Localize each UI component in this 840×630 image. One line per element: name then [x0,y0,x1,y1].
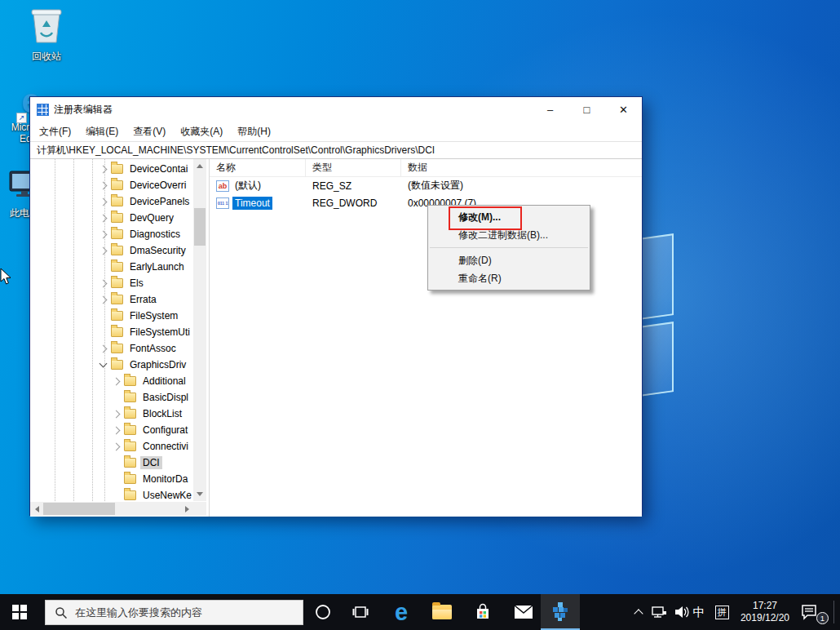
tree-node[interactable]: GraphicsDriv [30,357,193,373]
ime-pinyin-indicator: 拼 [715,606,729,619]
expand-chevron-icon[interactable] [113,426,121,434]
network-icon [651,605,667,619]
tray-ime-language-button[interactable]: 中 [687,594,710,630]
context-menu-item[interactable]: 重命名(R) [428,269,590,287]
tree-node[interactable]: FileSystemUti [30,324,193,340]
scroll-up-button[interactable] [193,159,206,173]
scroll-down-button[interactable] [193,487,206,501]
address-bar[interactable]: 计算机\HKEY_LOCAL_MACHINE\SYSTEM\CurrentCon… [30,141,642,159]
expand-chevron-icon[interactable] [99,246,108,255]
tree-vertical-scrollbar[interactable] [193,159,206,501]
taskbar-registry-editor-button-active[interactable] [541,594,580,630]
expand-chevron-icon[interactable] [99,165,108,173]
tree-node[interactable]: DevQuery [30,210,193,226]
folder-icon [111,197,123,206]
minimize-button[interactable]: – [532,97,568,122]
registry-editor-icon [37,104,49,116]
context-menu-item[interactable] [430,247,588,248]
context-menu-item[interactable]: 修改二进制数据(B)... [428,226,590,244]
folder-icon [124,393,136,402]
tree-node[interactable]: Additional [30,373,193,389]
expand-chevron-icon[interactable] [113,377,121,385]
tree-node[interactable]: FontAssoc [30,340,193,357]
tray-ime-mode-button[interactable]: 拼 [710,594,733,630]
close-button[interactable]: ✕ [605,97,642,122]
show-desktop-separator[interactable] [833,601,834,623]
column-header-data[interactable]: 数据 [401,159,642,176]
task-view-icon [352,605,369,619]
tree-node[interactable]: Diagnostics [30,226,193,242]
menu-bar: 文件(F)编辑(E)查看(V)收藏夹(A)帮助(H) [30,122,642,141]
taskbar-edge-button[interactable]: e [383,594,419,630]
tree-node[interactable]: DmaSecurity [30,242,193,259]
chevron-up-icon [634,609,643,618]
tree-node[interactable]: Configurat [30,422,193,438]
taskbar-search-input[interactable]: 在这里输入你要搜索的内容 [45,600,303,625]
context-menu-item[interactable]: 修改(M)... [428,208,590,226]
expand-chevron-icon[interactable] [113,442,121,450]
menu-item[interactable]: 编辑(E) [78,122,126,141]
clock-date: 2019/12/20 [741,612,789,624]
expand-chevron-icon[interactable] [99,295,108,304]
cortana-button[interactable] [305,594,341,630]
tree-node[interactable]: MonitorDa [30,471,193,487]
tree-node[interactable]: UseNewKe [30,487,193,504]
tree-node[interactable]: BasicDispl [30,389,193,406]
taskbar-mail-button[interactable] [506,594,542,630]
tree-node[interactable]: DevicePanels [30,193,193,210]
(默认)[interactable]: (默认) REG_SZ (数值未设置) [210,177,642,194]
folder-icon [124,474,136,484]
notification-count-badge: 1 [816,612,829,624]
folder-icon [111,262,123,272]
horizontal-scroll-thumb[interactable] [43,503,115,515]
tray-network-button[interactable] [647,594,671,630]
taskbar-store-button[interactable] [465,594,501,630]
task-view-button[interactable] [343,594,378,630]
column-header-type[interactable]: 类型 [306,159,401,176]
menu-item[interactable]: 查看(V) [126,122,173,141]
tree-node[interactable]: Els [30,275,193,291]
title-bar[interactable]: 注册表编辑器 – □ ✕ [30,97,642,122]
windows-logo-icon [12,605,27,619]
column-header-name[interactable]: 名称 [210,159,306,176]
tree-node[interactable]: DeviceContai [30,161,193,177]
registry-tree-pane: DeviceContai DeviceOverri DevicePanels D… [30,159,206,517]
menu-item[interactable]: 文件(F) [32,122,78,141]
tree-node[interactable]: BlockList [30,406,193,422]
desktop-icon-recycle-bin[interactable]: 回收站 [14,7,79,64]
expand-chevron-icon[interactable] [99,181,108,189]
expand-chevron-icon[interactable] [99,344,108,353]
menu-item[interactable]: 帮助(H) [230,122,278,141]
expand-chevron-icon[interactable] [99,214,108,222]
context-menu-item[interactable]: 删除(D) [428,251,590,269]
menu-item[interactable]: 收藏夹(A) [173,122,230,141]
folder-icon [111,278,123,288]
scroll-right-button[interactable] [180,502,193,516]
folder-icon [124,441,136,451]
folder-icon [111,295,123,304]
edge-icon: e [395,599,408,626]
mouse-cursor [0,268,12,286]
expand-chevron-icon[interactable] [113,410,121,418]
expand-chevron-icon[interactable] [99,279,108,287]
taskbar: 在这里输入你要搜索的内容 e [0,594,840,630]
file-explorer-icon [432,605,452,619]
tree-node[interactable]: Connectivi [30,438,193,455]
maximize-button[interactable]: □ [568,97,605,122]
folder-icon [111,164,123,174]
expand-chevron-icon[interactable] [99,197,108,206]
tree-node[interactable]: DCI [30,455,193,471]
tree-node[interactable]: EarlyLaunch [30,259,193,275]
scroll-left-button[interactable] [30,502,43,516]
expand-chevron-icon[interactable] [99,360,108,368]
tree-horizontal-scrollbar[interactable] [30,502,206,516]
search-icon [55,606,68,619]
vertical-scroll-thumb[interactable] [194,208,206,246]
taskbar-file-explorer-button[interactable] [424,594,460,630]
expand-chevron-icon[interactable] [99,230,108,238]
tree-node[interactable]: Errata [30,291,193,308]
tree-node[interactable]: DeviceOverri [30,177,193,193]
tree-node[interactable]: FileSystem [30,308,193,324]
start-button[interactable] [0,594,39,630]
tray-clock[interactable]: 17:27 2019/12/20 [741,594,789,630]
